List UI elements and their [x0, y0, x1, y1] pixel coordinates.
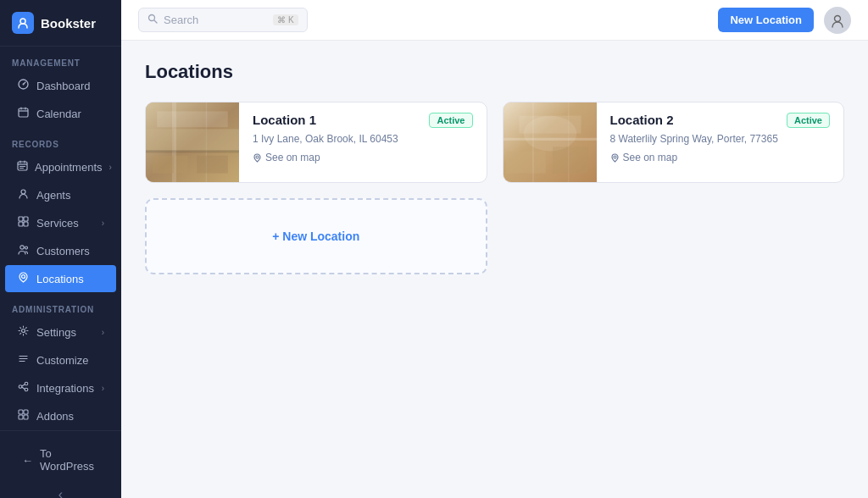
svg-point-21: [149, 15, 155, 21]
administration-section: Administration Settings › Customize Inte…: [0, 293, 121, 430]
svg-rect-3: [19, 108, 28, 117]
user-avatar[interactable]: [824, 7, 851, 34]
locations-grid: Location 1 Active 1 Ivy Lane, Oak Brook,…: [145, 102, 844, 274]
svg-point-15: [25, 382, 28, 385]
location-2-address: 8 Waterlily Spring Way, Porter, 77365: [610, 133, 831, 145]
sidebar-collapse-button[interactable]: ‹: [5, 480, 116, 498]
sidebar-item-addons[interactable]: Addons: [5, 402, 116, 429]
location-2-header: Location 2 Active: [610, 113, 831, 128]
appointments-icon: [17, 160, 28, 174]
settings-icon: [17, 325, 30, 339]
sidebar-item-customize[interactable]: Customize: [5, 346, 116, 374]
dashboard-icon: [17, 79, 30, 92]
add-location-text: + New Location: [272, 230, 359, 243]
calendar-icon: [17, 107, 30, 120]
sidebar-item-customers[interactable]: Customers: [5, 237, 116, 264]
management-label: Management: [0, 47, 121, 71]
svg-rect-20: [24, 415, 28, 419]
main-content: Search ⌘ K New Location Locations: [121, 0, 868, 498]
svg-point-10: [20, 246, 24, 249]
new-location-button[interactable]: New Location: [718, 8, 814, 32]
integrations-label: Integrations: [36, 382, 94, 395]
customers-icon: [17, 244, 30, 257]
services-icon: [17, 216, 30, 230]
sidebar: Bookster Management Dashboard Calendar R…: [0, 0, 121, 498]
svg-rect-18: [24, 410, 28, 414]
location-2-map-text: See on map: [623, 152, 678, 163]
svg-rect-30: [197, 156, 228, 174]
collapse-icon: ‹: [58, 487, 63, 498]
sidebar-footer: ← To WordPress ‹: [0, 430, 121, 498]
calendar-label: Calendar: [36, 108, 81, 120]
location-1-map-text: See on map: [265, 152, 320, 163]
sidebar-item-appointments[interactable]: Appointments ›: [5, 153, 116, 180]
settings-chevron-icon: ›: [102, 328, 104, 337]
location-2-thumbnail: [504, 102, 597, 182]
to-wordpress-label: To WordPress: [40, 447, 99, 473]
topbar: Search ⌘ K New Location: [121, 0, 868, 41]
integrations-chevron-icon: ›: [102, 384, 104, 393]
location-2-name: Location 2: [610, 113, 674, 127]
appointments-label: Appointments: [35, 161, 103, 174]
management-section: Management Dashboard Calendar: [0, 47, 121, 128]
svg-rect-17: [19, 410, 23, 414]
location-1-thumbnail: [146, 102, 239, 182]
agents-label: Agents: [36, 189, 70, 202]
location-1-info: Location 1 Active 1 Ivy Lane, Oak Brook,…: [239, 102, 487, 182]
sidebar-item-locations[interactable]: Locations: [5, 265, 116, 292]
svg-point-16: [25, 388, 28, 391]
services-chevron-icon: ›: [102, 219, 104, 228]
svg-rect-19: [19, 415, 23, 419]
svg-point-2: [23, 84, 25, 86]
page-title: Locations: [145, 61, 844, 83]
sidebar-item-settings[interactable]: Settings ›: [5, 318, 116, 346]
svg-point-5: [21, 190, 25, 194]
add-location-card[interactable]: + New Location: [145, 198, 487, 274]
location-2-info: Location 2 Active 8 Waterlily Spring Way…: [597, 102, 844, 182]
svg-rect-27: [146, 151, 239, 152]
search-shortcut: ⌘ K: [273, 14, 298, 25]
records-label: Records: [0, 128, 121, 152]
svg-rect-39: [519, 116, 581, 134]
location-1-address: 1 Ivy Lane, Oak Brook, IL 60453: [253, 133, 473, 145]
location-1-name: Location 1: [253, 113, 316, 127]
location-1-map-link[interactable]: See on map: [253, 152, 473, 163]
sidebar-item-services[interactable]: Services ›: [5, 209, 116, 236]
svg-point-32: [256, 156, 259, 158]
services-label: Services: [36, 217, 79, 230]
svg-point-22: [835, 15, 841, 21]
svg-point-42: [614, 156, 616, 158]
svg-rect-8: [19, 222, 23, 226]
customize-icon: [17, 353, 30, 367]
sidebar-item-calendar[interactable]: Calendar: [5, 100, 116, 127]
svg-rect-6: [19, 217, 23, 221]
app-logo[interactable]: Bookster: [0, 0, 121, 47]
arrow-left-icon: ←: [22, 454, 33, 467]
location-2-status: Active: [787, 113, 830, 128]
customize-label: Customize: [36, 354, 88, 367]
logo-icon: [12, 12, 34, 34]
administration-label: Administration: [0, 293, 121, 318]
search-icon: [147, 14, 158, 26]
location-card-1[interactable]: Location 1 Active 1 Ivy Lane, Oak Brook,…: [145, 102, 487, 183]
sidebar-item-agents[interactable]: Agents: [5, 181, 116, 208]
location-2-map-link[interactable]: See on map: [610, 152, 831, 163]
locations-label: Locations: [36, 273, 84, 285]
svg-point-0: [20, 19, 25, 24]
content-area: Locations: [121, 41, 868, 498]
svg-rect-38: [553, 147, 588, 173]
sidebar-item-to-wordpress[interactable]: ← To WordPress: [10, 440, 111, 479]
svg-point-14: [19, 385, 22, 389]
addons-icon: [17, 409, 30, 423]
addons-label: Addons: [36, 410, 74, 423]
dashboard-label: Dashboard: [36, 80, 91, 92]
search-box[interactable]: Search ⌘ K: [138, 8, 308, 32]
svg-rect-9: [24, 222, 28, 226]
svg-point-13: [22, 329, 25, 333]
location-card-2[interactable]: Location 2 Active 8 Waterlily Spring Way…: [503, 102, 845, 183]
svg-rect-31: [157, 111, 228, 127]
settings-label: Settings: [36, 326, 76, 339]
svg-rect-41: [567, 102, 569, 182]
sidebar-item-integrations[interactable]: Integrations ›: [5, 374, 116, 401]
sidebar-item-dashboard[interactable]: Dashboard: [5, 72, 116, 99]
